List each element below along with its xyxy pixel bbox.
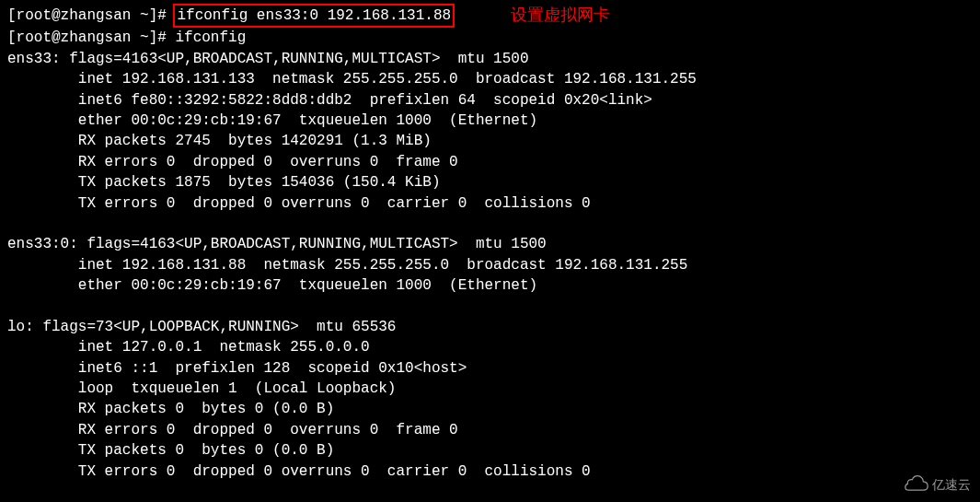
interface-ens33-rx-packets: RX packets 2745 bytes 1420291 (1.3 MiB): [7, 131, 973, 151]
cloud-icon: [905, 474, 928, 496]
interface-lo-tx-packets: TX packets 0 bytes 0 (0.0 B): [7, 440, 973, 461]
command-line-1: [root@zhangsan ~]# ifconfig ens33:0 192.…: [7, 4, 973, 28]
watermark-text: 亿速云: [932, 476, 971, 495]
interface-lo-rx-packets: RX packets 0 bytes 0 (0.0 B): [7, 399, 973, 419]
interface-ens33-0-inet: inet 192.168.131.88 netmask 255.255.255.…: [7, 255, 973, 275]
interface-lo-header: lo: flags=73<UP,LOOPBACK,RUNNING> mtu 65…: [7, 317, 973, 337]
interface-ens33-rx-errors: RX errors 0 dropped 0 overruns 0 frame 0: [7, 152, 973, 172]
interface-lo-inet: inet 127.0.0.1 netmask 255.0.0.0: [7, 337, 973, 357]
shell-prompt: [root@zhangsan ~]#: [7, 7, 175, 24]
annotation-label: 设置虚拟网卡: [511, 4, 610, 27]
interface-lo-loop: loop txqueuelen 1 (Local Loopback): [7, 379, 973, 399]
interface-ens33-header: ens33: flags=4163<UP,BROADCAST,RUNNING,M…: [7, 49, 973, 69]
blank-line: [7, 214, 973, 234]
blank-line: [7, 296, 973, 316]
highlighted-command: ifconfig ens33:0 192.168.131.88: [173, 4, 455, 28]
interface-ens33-ether: ether 00:0c:29:cb:19:67 txqueuelen 1000 …: [7, 111, 973, 131]
interface-ens33-0-header: ens33:0: flags=4163<UP,BROADCAST,RUNNING…: [7, 234, 973, 254]
watermark: 亿速云: [905, 474, 971, 496]
interface-ens33-tx-errors: TX errors 0 dropped 0 overruns 0 carrier…: [7, 193, 973, 214]
shell-prompt: [root@zhangsan ~]#: [7, 29, 175, 46]
interface-lo-tx-errors: TX errors 0 dropped 0 overruns 0 carrier…: [7, 461, 973, 482]
interface-ens33-inet6: inet6 fe80::3292:5822:8dd8:ddb2 prefixle…: [7, 90, 973, 111]
interface-ens33-tx-packets: TX packets 1875 bytes 154036 (150.4 KiB): [7, 172, 973, 193]
interface-lo-rx-errors: RX errors 0 dropped 0 overruns 0 frame 0: [7, 420, 973, 440]
interface-ens33-inet: inet 192.168.131.133 netmask 255.255.255…: [7, 69, 973, 89]
interface-ens33-0-ether: ether 00:0c:29:cb:19:67 txqueuelen 1000 …: [7, 275, 973, 296]
command-text: ifconfig: [175, 29, 246, 46]
command-line-2: [root@zhangsan ~]# ifconfig: [7, 28, 973, 48]
interface-lo-inet6: inet6 ::1 prefixlen 128 scopeid 0x10<hos…: [7, 358, 973, 379]
